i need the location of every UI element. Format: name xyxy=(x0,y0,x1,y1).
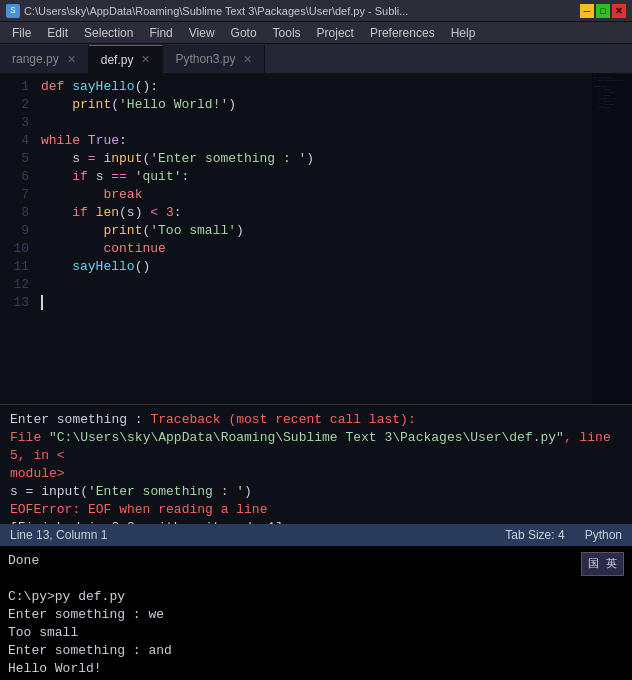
terminal-line-6: Enter something : and xyxy=(8,642,624,660)
editor-area[interactable]: 1 2 3 4 5 6 7 8 9 10 11 12 13 def sayHel… xyxy=(0,74,632,404)
terminal-line-7: Hello World! xyxy=(8,660,624,678)
tab-python3-py-label: Python3.py xyxy=(175,52,235,66)
console-line-1: Enter something : Traceback (most recent… xyxy=(10,411,622,429)
menu-tools[interactable]: Tools xyxy=(265,24,309,42)
tab-def-py[interactable]: def.py ✕ xyxy=(89,45,164,73)
title-bar-text: C:\Users\sky\AppData\Roaming\Sublime Tex… xyxy=(24,5,408,17)
app-icon: S xyxy=(6,4,20,18)
menu-selection[interactable]: Selection xyxy=(76,24,141,42)
menu-help[interactable]: Help xyxy=(443,24,484,42)
tab-range-py-close[interactable]: ✕ xyxy=(67,54,76,65)
menu-find[interactable]: Find xyxy=(141,24,180,42)
menu-preferences[interactable]: Preferences xyxy=(362,24,443,42)
status-left: Line 13, Column 1 xyxy=(10,528,107,542)
tab-python3-py-close[interactable]: ✕ xyxy=(243,54,252,65)
menu-project[interactable]: Project xyxy=(309,24,362,42)
tab-python3-py[interactable]: Python3.py ✕ xyxy=(163,45,265,73)
console-line-5: EOFError: EOF when reading a line xyxy=(10,501,622,519)
menu-bar: File Edit Selection Find View Goto Tools… xyxy=(0,22,632,44)
terminal-line-2 xyxy=(8,570,624,588)
console-area: Enter something : Traceback (most recent… xyxy=(0,404,632,524)
tab-size: Tab Size: 4 xyxy=(505,528,564,542)
minimize-button[interactable]: ─ xyxy=(580,4,594,18)
terminal-line-3: C:\py>py def.py xyxy=(8,588,624,606)
ime-indicator: 国 英 xyxy=(581,552,624,576)
terminal-line-5: Too small xyxy=(8,624,624,642)
window-controls: ─ □ ✕ xyxy=(580,4,626,18)
language: Python xyxy=(585,528,622,542)
title-bar-left: S C:\Users\sky\AppData\Roaming\Sublime T… xyxy=(6,4,408,18)
tab-def-py-label: def.py xyxy=(101,53,134,67)
maximize-button[interactable]: □ xyxy=(596,4,610,18)
console-line-2: File "C:\Users\sky\AppData\Roaming\Subli… xyxy=(10,429,622,465)
console-line-4: s = input('Enter something : ') xyxy=(10,483,622,501)
tab-range-py-label: range.py xyxy=(12,52,59,66)
menu-edit[interactable]: Edit xyxy=(39,24,76,42)
status-bar: Line 13, Column 1 Tab Size: 4 Python xyxy=(0,524,632,546)
menu-file[interactable]: File xyxy=(4,24,39,42)
title-bar: S C:\Users\sky\AppData\Roaming\Sublime T… xyxy=(0,0,632,22)
close-button[interactable]: ✕ xyxy=(612,4,626,18)
terminal-line-4: Enter something : we xyxy=(8,606,624,624)
status-right: Tab Size: 4 Python xyxy=(505,528,622,542)
menu-goto[interactable]: Goto xyxy=(223,24,265,42)
tabs-bar: range.py ✕ def.py ✕ Python3.py ✕ xyxy=(0,44,632,74)
tab-def-py-close[interactable]: ✕ xyxy=(141,54,150,65)
cursor-position: Line 13, Column 1 xyxy=(10,528,107,542)
minimap: def sayHello(): print('Hello World!') wh… xyxy=(592,74,632,404)
console-line-3: module> xyxy=(10,465,622,483)
terminal-line-1: Done xyxy=(8,552,624,570)
terminal-area: Done C:\py>py def.py Enter something : w… xyxy=(0,546,632,680)
tab-range-py[interactable]: range.py ✕ xyxy=(0,45,89,73)
minimap-content: def sayHello(): print('Hello World!') wh… xyxy=(594,76,630,109)
code-editor[interactable]: def sayHello(): print('Hello World!') wh… xyxy=(35,74,592,404)
menu-view[interactable]: View xyxy=(181,24,223,42)
line-numbers: 1 2 3 4 5 6 7 8 9 10 11 12 13 xyxy=(0,74,35,404)
